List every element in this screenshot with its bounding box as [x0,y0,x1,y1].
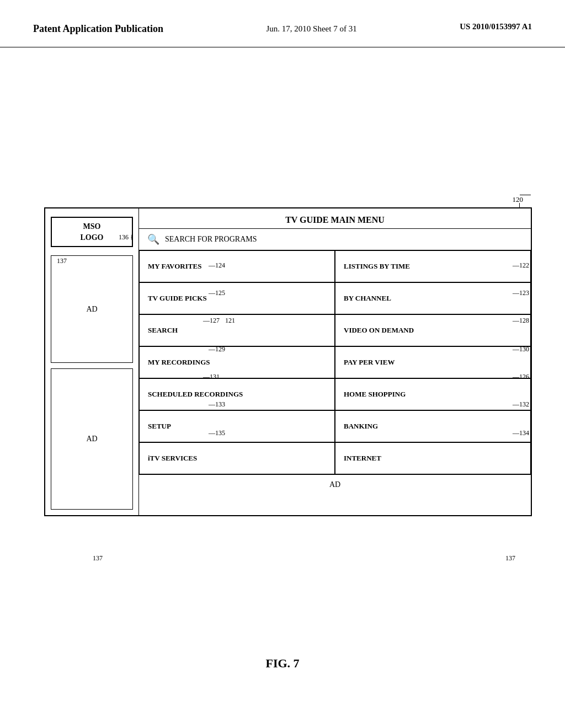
menu-item-listings-by-time[interactable]: LISTINGS BY TIME [335,250,531,282]
ref-121: 121 [225,317,235,325]
ad-box-bottom: AD [51,368,133,510]
diagram-area: 120 MSOLOGO AD AD TV GUIDE MAIN MENU 🔍 S… [0,47,565,698]
figure-caption: FIG. 7 [265,656,299,671]
ref-137-left-bottom: 137 [93,554,103,563]
ref-135: —135 [209,429,225,437]
ref-120-arrow [520,195,531,195]
ref-122: —122 [513,261,529,270]
ref-131: —131 [203,373,220,381]
menu-item-pay-per-view[interactable]: PAY PER VIEW [335,346,531,378]
menu-item-by-channel[interactable]: BY CHANNEL [335,282,531,314]
menu-item-my-favorites[interactable]: MY FAVORITES [139,250,335,282]
patent-date: Jun. 17, 2010 Sheet 7 of 31 [266,22,357,35]
ref-125: —125 [209,289,225,297]
ref-120-label: 120 [513,195,524,204]
search-icon: 🔍 [147,233,159,245]
patent-number: US 2010/0153997 A1 [460,22,532,31]
menu-item-itv-services[interactable]: iTV SERVICES [139,442,335,474]
ref-124: —124 [209,261,225,270]
main-content: TV GUIDE MAIN MENU 🔍 SEARCH FOR PROGRAMS… [139,208,531,515]
ref-130: —130 [513,345,529,354]
menu-item-tv-guide-picks[interactable]: TV GUIDE PICKS [139,282,335,314]
ref-127: —127 [203,317,220,325]
ref-132: —132 [513,400,529,409]
ref-129: —129 [209,345,225,354]
menu-item-my-recordings[interactable]: MY RECORDINGS [139,346,335,378]
patent-header: Patent Application Publication Jun. 17, … [0,0,565,47]
ref-134: —134 [513,429,529,437]
left-sidebar: MSOLOGO AD AD [45,208,139,515]
menu-item-home-shopping[interactable]: HOME SHOPPING [335,378,531,410]
ref-133: —133 [209,400,225,409]
menu-item-internet[interactable]: INTERNET [335,442,531,474]
ref-137-right-bottom: 137 [505,554,515,563]
menu-item-setup[interactable]: SETUP [139,410,335,442]
ref-123: —123 [513,289,529,297]
search-text: SEARCH FOR PROGRAMS [165,235,257,244]
search-bar: 🔍 SEARCH FOR PROGRAMS [139,229,531,250]
menu-item-banking[interactable]: BANKING [335,410,531,442]
mso-logo-box: MSOLOGO [51,217,133,247]
tvguide-title: TV GUIDE MAIN MENU [139,208,531,229]
menu-grid: MY FAVORITES LISTINGS BY TIME TV GUIDE P… [139,250,531,474]
ref-128: —128 [513,317,529,325]
ref-137-mid: 137 [57,257,67,265]
tv-guide-box: MSOLOGO AD AD TV GUIDE MAIN MENU 🔍 SEARC… [44,207,532,516]
menu-item-scheduled-recordings[interactable]: SCHEDULED RECORDINGS [139,378,335,410]
menu-item-search[interactable]: SEARCH [139,314,335,346]
ref-126: —126 [513,373,529,381]
ref-136: 136 { [119,233,134,242]
ad-box-top: AD [51,255,133,363]
patent-title: Patent Application Publication [33,22,163,36]
bottom-ad-bar: AD [139,474,531,495]
menu-item-video-on-demand[interactable]: VIDEO ON DEMAND [335,314,531,346]
